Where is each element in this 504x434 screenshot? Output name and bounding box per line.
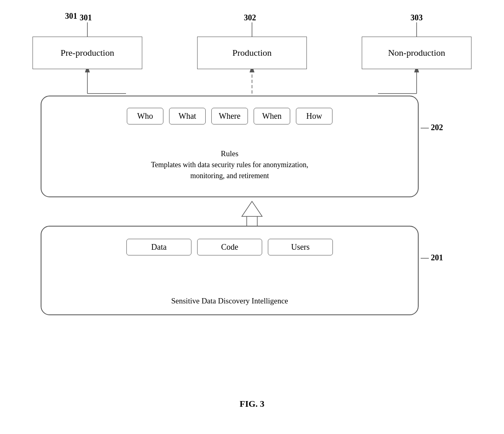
production-box: Production	[197, 37, 307, 69]
users-label: Users	[291, 242, 310, 252]
non-production-box: Non-production	[362, 37, 471, 69]
what-box: What	[169, 108, 206, 124]
svg-text:303: 303	[411, 13, 423, 22]
where-label: Where	[219, 111, 240, 121]
template-line1: Templates with data security rules for a…	[151, 161, 308, 169]
how-label: How	[306, 111, 322, 121]
svg-text:201: 201	[431, 253, 443, 262]
how-box: How	[296, 108, 332, 124]
users-box: Users	[268, 239, 333, 255]
svg-text:202: 202	[431, 123, 443, 132]
template-line2: monitoring, and retirement	[190, 172, 269, 180]
fig-label-text: FIG. 3	[239, 399, 264, 409]
what-label: What	[178, 111, 196, 121]
who-label: Who	[137, 111, 153, 121]
code-label: Code	[221, 242, 238, 252]
svg-text:302: 302	[244, 13, 256, 22]
pre-production-box: Pre-production	[33, 37, 142, 69]
diagram-container: 301 301 302 303 202 201 Pre-production P…	[0, 0, 504, 434]
where-box: Where	[211, 108, 248, 124]
who-box: Who	[127, 108, 163, 124]
ref-301: 301	[65, 11, 77, 21]
when-box: When	[254, 108, 290, 124]
pre-production-label: Pre-production	[61, 48, 114, 58]
template-text: Templates with data security rules for a…	[41, 159, 418, 181]
discovery-container: Data Code Users Sensitive Data Discovery…	[41, 226, 419, 315]
rules-label: Rules	[41, 149, 418, 158]
production-label: Production	[232, 48, 272, 58]
discovery-text: Sensitive Data Discovery Intelligence	[171, 297, 288, 305]
fig-label: FIG. 3	[211, 399, 293, 409]
data-box: Data	[126, 239, 191, 255]
svg-text:301: 301	[80, 13, 92, 22]
data-label: Data	[151, 242, 167, 252]
code-box: Code	[197, 239, 262, 255]
discovery-label: Sensitive Data Discovery Intelligence	[41, 297, 418, 305]
non-production-label: Non-production	[388, 48, 445, 58]
svg-marker-9	[242, 201, 262, 216]
when-label: When	[262, 111, 282, 121]
rules-container: Who What Where When How Rules Templates …	[41, 96, 419, 197]
